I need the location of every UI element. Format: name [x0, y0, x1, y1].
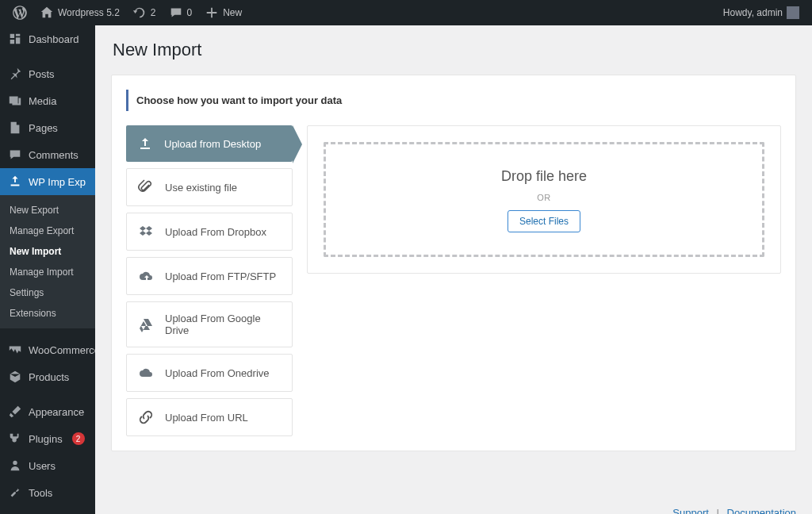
panel-heading: Choose how you want to import your data	[126, 90, 781, 111]
method-label: Upload from Desktop	[164, 138, 261, 150]
sidebar-item-products[interactable]: Products	[0, 363, 95, 390]
import-method-link[interactable]: Upload From URL	[126, 398, 293, 436]
import-method-paperclip[interactable]: Use existing file	[126, 168, 293, 206]
sidebar-item-plugins[interactable]: Plugins2	[0, 425, 95, 452]
sidebar-item-label: WooCommerce	[29, 344, 95, 356]
sidebar-item-label: Posts	[29, 68, 55, 80]
sidebar-item-appearance[interactable]: Appearance	[0, 398, 95, 425]
documentation-link[interactable]: Documentation	[727, 507, 796, 514]
product-icon	[8, 370, 22, 384]
import-method-gdrive[interactable]: Upload From Google Drive	[126, 301, 293, 347]
sidebar-item-woocommerce[interactable]: WooCommerce	[0, 336, 95, 363]
updates-count: 2	[151, 7, 156, 18]
site-name: Wordpress 5.2	[58, 7, 120, 18]
sidebar-item-label: Plugins	[29, 433, 63, 445]
sidebar-item-dashboard[interactable]: Dashboard	[0, 25, 95, 52]
sidebar-item-label: Media	[29, 95, 56, 107]
howdy-text: Howdy, admin	[723, 7, 783, 18]
submenu-item[interactable]: Extensions	[0, 303, 95, 324]
admin-sidebar: DashboardPostsMediaPagesCommentsWP Imp E…	[0, 25, 95, 514]
dropzone-panel: Drop file here OR Select Files	[307, 125, 781, 274]
page-title: New Import	[113, 40, 796, 60]
home-icon	[40, 6, 54, 20]
sidebar-item-comments[interactable]: Comments	[0, 141, 95, 168]
impexp-icon	[8, 175, 22, 189]
adminbar-left: Wordpress 5.2 2 0 New	[6, 0, 248, 25]
sidebar-item-label: Products	[29, 371, 69, 383]
sidebar-item-label: Users	[29, 460, 56, 472]
badge: 2	[72, 432, 85, 445]
sidebar-item-pages[interactable]: Pages	[0, 114, 95, 141]
method-label: Upload From FTP/SFTP	[165, 270, 276, 282]
link-icon	[138, 409, 154, 425]
sidebar-item-label: WP Imp Exp	[29, 176, 86, 188]
sidebar-item-label: Dashboard	[29, 33, 79, 45]
wp-logo[interactable]	[6, 0, 33, 25]
dropzone-or: OR	[342, 193, 746, 202]
method-label: Upload From Dropbox	[165, 226, 266, 238]
wordpress-icon	[13, 6, 27, 20]
sidebar-item-tools[interactable]: Tools	[0, 479, 95, 506]
sidebar-item-users[interactable]: Users	[0, 452, 95, 479]
import-method-cloud-up[interactable]: Upload From FTP/SFTP	[126, 257, 293, 295]
method-label: Upload From Google Drive	[165, 313, 281, 336]
submenu: New ExportManage ExportNew ImportManage …	[0, 195, 95, 328]
method-label: Use existing file	[165, 182, 237, 194]
select-files-button[interactable]: Select Files	[508, 210, 580, 232]
comments-count: 0	[187, 7, 193, 18]
user-icon	[8, 458, 22, 473]
new-content-link[interactable]: New	[198, 0, 248, 25]
method-label: Upload From Onedrive	[165, 367, 270, 379]
cloud-up-icon	[138, 268, 154, 284]
submenu-item[interactable]: New Import	[0, 241, 95, 262]
brush-icon	[8, 405, 22, 419]
submenu-item[interactable]: Settings	[0, 282, 95, 303]
sidebar-item-posts[interactable]: Posts	[0, 60, 95, 87]
import-method-dropbox[interactable]: Upload From Dropbox	[126, 213, 293, 251]
dropbox-icon	[138, 224, 154, 240]
woo-icon	[8, 343, 22, 357]
comment-icon	[8, 148, 22, 162]
upload-icon	[137, 136, 153, 152]
dashboard-icon	[8, 32, 22, 46]
sidebar-item-label: Comments	[29, 149, 79, 161]
footer-links: Support | Documentation	[111, 507, 796, 514]
adminbar-right: Howdy, admin	[717, 0, 806, 25]
wrench-icon	[8, 485, 22, 500]
sidebar-item-label: Appearance	[29, 406, 84, 418]
comment-icon	[169, 6, 183, 20]
dropzone-title: Drop file here	[342, 168, 746, 185]
site-name-link[interactable]: Wordpress 5.2	[33, 0, 126, 25]
sidebar-item-label: Pages	[29, 122, 58, 134]
admin-bar: Wordpress 5.2 2 0 New Howdy, admin	[0, 0, 812, 25]
media-icon	[8, 94, 22, 108]
avatar	[787, 6, 799, 19]
submenu-item[interactable]: New Export	[0, 200, 95, 221]
new-label: New	[223, 7, 242, 18]
cloud-icon	[138, 365, 154, 381]
sidebar-item-settings[interactable]: Settings	[0, 506, 95, 514]
import-panel: Choose how you want to import your data …	[111, 75, 796, 451]
plus-icon	[205, 6, 219, 20]
import-method-list: Upload from DesktopUse existing fileUplo…	[126, 125, 293, 436]
content-area: New Import Choose how you want to import…	[95, 25, 812, 514]
howdy-link[interactable]: Howdy, admin	[717, 0, 806, 25]
support-link[interactable]: Support	[672, 507, 709, 514]
refresh-icon	[132, 6, 147, 20]
import-method-cloud[interactable]: Upload From Onedrive	[126, 354, 293, 392]
import-method-upload[interactable]: Upload from Desktop	[126, 125, 293, 162]
pin-icon	[8, 67, 22, 81]
paperclip-icon	[138, 179, 154, 195]
updates-link[interactable]: 2	[126, 0, 163, 25]
comments-link[interactable]: 0	[163, 0, 199, 25]
plug-icon	[8, 432, 22, 446]
sidebar-item-media[interactable]: Media	[0, 87, 95, 114]
sidebar-item-wpimpexp[interactable]: WP Imp Exp	[0, 168, 95, 195]
dropzone[interactable]: Drop file here OR Select Files	[324, 142, 764, 257]
submenu-item[interactable]: Manage Import	[0, 262, 95, 282]
submenu-item[interactable]: Manage Export	[0, 221, 95, 241]
page-icon	[8, 121, 22, 135]
footer-separator: |	[717, 507, 719, 514]
gdrive-icon	[138, 316, 154, 332]
sidebar-item-label: Tools	[29, 487, 52, 499]
